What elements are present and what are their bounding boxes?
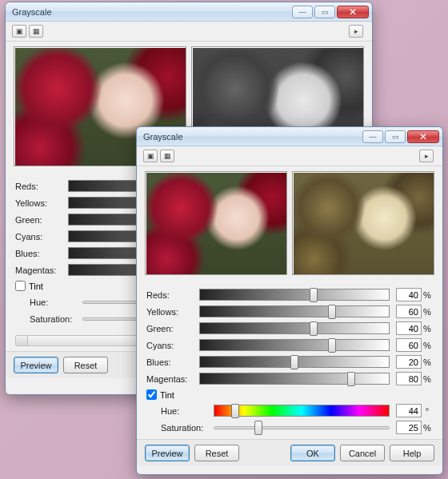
yellows-value[interactable] bbox=[396, 305, 422, 318]
cyans-row: Cyans: % bbox=[146, 337, 433, 353]
hue-value[interactable] bbox=[396, 404, 422, 417]
close-button[interactable]: ✕ bbox=[337, 6, 369, 18]
saturation-row: Saturation: % bbox=[146, 419, 433, 436]
unit: % bbox=[422, 341, 433, 350]
reds-slider[interactable] bbox=[199, 289, 390, 301]
green-label: Green: bbox=[146, 324, 194, 333]
unit: ° bbox=[422, 406, 433, 416]
magentas-value[interactable] bbox=[396, 372, 422, 385]
collapse-icon[interactable]: ▣ bbox=[143, 150, 158, 162]
magentas-row: Magentas: % bbox=[146, 370, 433, 387]
button-bar: Preview Reset OK Cancel Help bbox=[137, 439, 442, 466]
preview-panels bbox=[137, 166, 442, 280]
tint-label: Tint bbox=[29, 281, 43, 291]
magentas-slider[interactable] bbox=[199, 373, 390, 385]
window-title: Grayscale bbox=[12, 7, 290, 17]
cancel-button[interactable]: Cancel bbox=[340, 445, 385, 461]
titlebar[interactable]: Grayscale — ▭ ✕ bbox=[137, 127, 442, 146]
unit: % bbox=[422, 357, 433, 367]
play-icon[interactable]: ▸ bbox=[419, 150, 434, 162]
green-slider[interactable] bbox=[199, 322, 390, 334]
unit: % bbox=[422, 374, 433, 384]
blues-label: Blues: bbox=[146, 357, 194, 367]
reds-label: Reds: bbox=[146, 290, 194, 300]
blues-label: Blues: bbox=[15, 249, 63, 258]
reset-button[interactable]: Reset bbox=[194, 445, 239, 461]
cyans-value[interactable] bbox=[396, 338, 422, 352]
tint-row: Tint bbox=[146, 387, 433, 402]
magentas-label: Magentas: bbox=[15, 265, 63, 275]
unit: % bbox=[422, 307, 433, 317]
ok-button[interactable]: OK bbox=[290, 445, 335, 461]
reset-button[interactable]: Reset bbox=[63, 357, 108, 373]
collapse-icon[interactable]: ▣ bbox=[12, 25, 26, 38]
window-title: Grayscale bbox=[143, 132, 361, 142]
tint-checkbox[interactable] bbox=[146, 389, 157, 400]
maximize-button[interactable]: ▭ bbox=[314, 6, 335, 18]
saturation-label: Saturation: bbox=[30, 314, 78, 324]
close-button[interactable]: ✕ bbox=[407, 130, 439, 143]
saturation-slider[interactable] bbox=[214, 426, 390, 429]
tint-label: Tint bbox=[160, 390, 174, 400]
reds-value[interactable] bbox=[396, 288, 422, 301]
unit: % bbox=[422, 324, 433, 333]
toolbar: ▣ ▦ ▸ bbox=[6, 22, 372, 42]
hue-label: Hue: bbox=[161, 406, 209, 416]
reds-label: Reds: bbox=[15, 182, 63, 191]
hue-row: Hue: ° bbox=[146, 402, 433, 419]
toolbar: ▣ ▦ ▸ bbox=[137, 146, 442, 166]
blues-row: Blues: % bbox=[146, 353, 433, 370]
cyans-label: Cyans: bbox=[15, 232, 63, 241]
expand-icon[interactable]: ▦ bbox=[160, 150, 174, 162]
preview-button[interactable]: Preview bbox=[145, 445, 190, 461]
cyans-label: Cyans: bbox=[146, 341, 194, 350]
green-row: Green: % bbox=[146, 320, 433, 337]
cyans-slider[interactable] bbox=[199, 339, 390, 351]
yellows-row: Yellows: % bbox=[146, 303, 433, 320]
yellows-label: Yellows: bbox=[15, 198, 63, 208]
play-icon[interactable]: ▸ bbox=[349, 25, 363, 38]
reds-row: Reds: % bbox=[146, 286, 433, 303]
blues-slider[interactable] bbox=[199, 356, 390, 368]
channel-controls: Reds: % Yellows: % Green: % Cyans: % Blu… bbox=[137, 280, 442, 439]
maximize-button[interactable]: ▭ bbox=[385, 130, 406, 143]
preview-result bbox=[292, 171, 434, 275]
minimize-button[interactable]: — bbox=[362, 130, 383, 143]
yellows-slider[interactable] bbox=[199, 305, 390, 317]
green-value[interactable] bbox=[396, 321, 422, 335]
preview-button[interactable]: Preview bbox=[14, 357, 58, 373]
hue-slider[interactable] bbox=[214, 405, 390, 417]
unit: % bbox=[422, 423, 433, 433]
minimize-button[interactable]: — bbox=[292, 6, 313, 18]
titlebar[interactable]: Grayscale — ▭ ✕ bbox=[6, 2, 372, 22]
blues-value[interactable] bbox=[396, 355, 422, 369]
saturation-label: Saturation: bbox=[161, 423, 209, 433]
hue-label: Hue: bbox=[30, 297, 78, 307]
tint-checkbox[interactable] bbox=[15, 281, 26, 291]
unit: % bbox=[422, 290, 433, 300]
green-label: Green: bbox=[15, 215, 63, 225]
expand-icon[interactable]: ▦ bbox=[29, 25, 43, 38]
magentas-label: Magentas: bbox=[146, 374, 194, 384]
preview-original bbox=[145, 171, 287, 275]
yellows-label: Yellows: bbox=[146, 307, 194, 317]
help-button[interactable]: Help bbox=[390, 445, 434, 461]
grayscale-dialog-front: Grayscale — ▭ ✕ ▣ ▦ ▸ Reds: % Yellows: %… bbox=[136, 126, 443, 475]
saturation-value[interactable] bbox=[396, 421, 422, 434]
